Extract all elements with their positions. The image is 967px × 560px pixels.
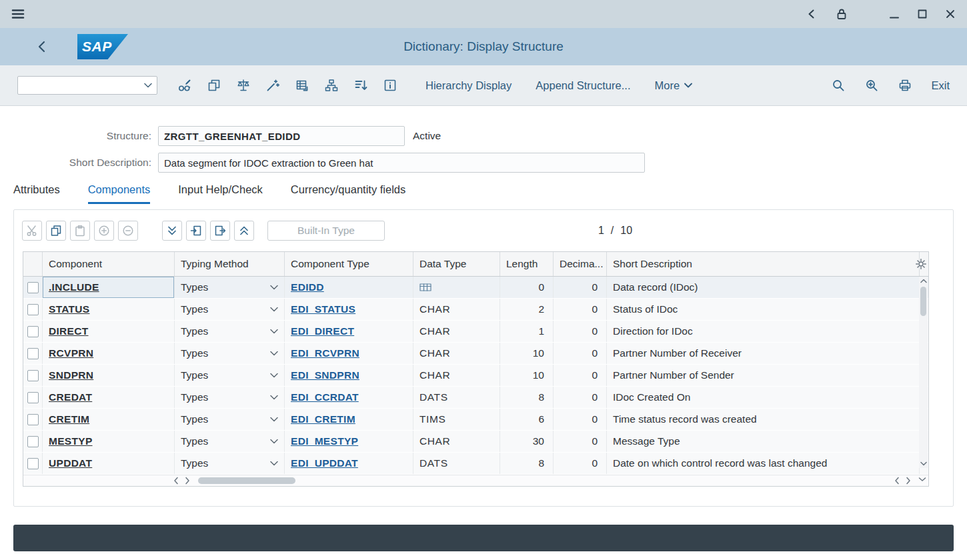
- component-type-link[interactable]: EDI_SNDPRN: [291, 369, 359, 381]
- copy-icon[interactable]: [46, 221, 66, 241]
- activate-icon[interactable]: [265, 78, 280, 93]
- compare-icon[interactable]: [236, 78, 251, 93]
- horizontal-scrollbar[interactable]: [23, 475, 928, 486]
- tab-currency-quantity-fields[interactable]: Currency/quantity fields: [291, 183, 405, 204]
- close-icon[interactable]: [944, 8, 956, 20]
- component-column-header[interactable]: Component: [43, 252, 175, 276]
- component-type-link[interactable]: EDI_STATUS: [291, 303, 355, 315]
- row-select-checkbox[interactable]: [27, 392, 39, 403]
- hierarchy-display-button[interactable]: Hierarchy Display: [425, 79, 512, 92]
- command-field[interactable]: [17, 76, 157, 95]
- typing-method-dropdown[interactable]: Types: [175, 321, 285, 342]
- scroll-down-icon[interactable]: [920, 461, 927, 466]
- cut-icon[interactable]: [22, 221, 42, 241]
- component-link[interactable]: CREDAT: [49, 391, 92, 403]
- display-change-icon[interactable]: [177, 78, 192, 93]
- row-select-checkbox[interactable]: [27, 370, 39, 381]
- header-back-icon[interactable]: [35, 39, 49, 54]
- component-type-link[interactable]: EDI_CCRDAT: [291, 391, 359, 403]
- minimize-icon[interactable]: [888, 8, 900, 20]
- typing-method-dropdown[interactable]: Types: [175, 365, 285, 386]
- lock-icon[interactable]: [835, 7, 848, 21]
- component-link[interactable]: DIRECT: [49, 325, 89, 337]
- component-link[interactable]: SNDPRN: [49, 369, 93, 381]
- component-type-link[interactable]: EDI_DIRECT: [291, 325, 354, 337]
- component-link[interactable]: .INCLUDE: [49, 281, 99, 293]
- row-select-checkbox[interactable]: [27, 282, 39, 293]
- component-link[interactable]: CRETIM: [49, 413, 89, 425]
- info-icon[interactable]: [383, 78, 397, 93]
- typing-method-dropdown[interactable]: Types: [175, 431, 285, 452]
- built-in-type-button[interactable]: Built-In Type: [267, 221, 385, 241]
- typing-method-dropdown[interactable]: Types: [175, 409, 285, 430]
- row-select-checkbox[interactable]: [27, 326, 39, 337]
- typing-method-dropdown[interactable]: Types: [175, 299, 285, 320]
- component-type-link[interactable]: EDI_UPDDAT: [291, 457, 358, 469]
- tab-attributes[interactable]: Attributes: [13, 183, 60, 204]
- menu-icon[interactable]: [11, 7, 25, 21]
- vertical-scroll-thumb[interactable]: [920, 287, 926, 316]
- scroll-right-icon[interactable]: [185, 477, 190, 485]
- length-cell: 8: [500, 387, 554, 408]
- component-type-link[interactable]: EDI_CRETIM: [291, 413, 355, 425]
- typing-method-dropdown[interactable]: Types: [175, 343, 285, 364]
- append-structure-button[interactable]: Append Structure...: [536, 79, 630, 92]
- row-select-checkbox[interactable]: [27, 458, 39, 469]
- search-plus-icon[interactable]: [864, 78, 879, 93]
- settings-gear-icon[interactable]: [915, 258, 927, 270]
- insert-line-icon[interactable]: [186, 221, 206, 241]
- components-table: Component Typing Method Component Type D…: [23, 251, 929, 487]
- data-type-column-header[interactable]: Data Type: [413, 252, 500, 276]
- row-select-checkbox[interactable]: [27, 348, 39, 359]
- short-description-field[interactable]: [158, 153, 645, 173]
- component-link[interactable]: MESTYP: [49, 435, 93, 447]
- component-type-link[interactable]: EDI_RCVPRN: [291, 347, 359, 359]
- expand-all-icon[interactable]: [162, 221, 182, 241]
- runtime-object-icon[interactable]: [295, 78, 309, 93]
- typing-method-dropdown[interactable]: Types: [175, 387, 285, 408]
- remove-row-icon[interactable]: [118, 221, 138, 241]
- data-type-cell: [413, 277, 500, 298]
- maximize-icon[interactable]: [916, 8, 928, 20]
- decimals-column-header[interactable]: Decima...: [554, 252, 607, 276]
- scroll-up-icon[interactable]: [920, 279, 927, 283]
- more-menu-button[interactable]: More: [654, 79, 692, 92]
- row-select-checkbox[interactable]: [27, 414, 39, 425]
- row-select-checkbox[interactable]: [27, 436, 39, 447]
- print-icon[interactable]: [898, 78, 912, 93]
- tab-components[interactable]: Components: [88, 183, 151, 204]
- scroll-left-icon[interactable]: [894, 477, 900, 485]
- command-input[interactable]: [18, 80, 144, 91]
- component-link[interactable]: STATUS: [49, 303, 90, 315]
- short-description-column-header[interactable]: Short Description: [607, 252, 920, 276]
- component-type-link[interactable]: EDI_MESTYP: [291, 435, 358, 447]
- hierarchy-icon[interactable]: [324, 78, 339, 93]
- back-icon[interactable]: [806, 8, 818, 20]
- sort-descending-icon[interactable]: [353, 78, 368, 93]
- component-type-link[interactable]: EDIDD: [291, 281, 324, 293]
- structure-name-field[interactable]: [158, 126, 405, 146]
- horizontal-scroll-thumb[interactable]: [198, 477, 295, 484]
- combobox-chevron-icon[interactable]: [144, 83, 152, 88]
- typing-method-column-header[interactable]: Typing Method: [175, 252, 285, 276]
- scroll-left-icon[interactable]: [173, 477, 179, 485]
- collapse-all-icon[interactable]: [234, 221, 254, 241]
- add-row-icon[interactable]: [94, 221, 114, 241]
- component-link[interactable]: RCVPRN: [49, 347, 93, 359]
- typing-method-dropdown[interactable]: Types: [175, 277, 285, 298]
- search-icon[interactable]: [831, 78, 846, 93]
- copy-structure-icon[interactable]: [207, 78, 221, 93]
- paste-icon[interactable]: [70, 221, 90, 241]
- typing-method-dropdown[interactable]: Types: [175, 453, 285, 474]
- exit-button[interactable]: Exit: [931, 79, 950, 92]
- scroll-right-icon[interactable]: [906, 477, 911, 485]
- component-type-column-header[interactable]: Component Type: [285, 252, 413, 276]
- toolbar-icon-group: [177, 78, 397, 93]
- delete-line-icon[interactable]: [210, 221, 230, 241]
- scroll-down-icon[interactable]: [918, 477, 926, 482]
- component-link[interactable]: UPDDAT: [49, 457, 92, 469]
- tab-input-help-check[interactable]: Input Help/Check: [178, 183, 263, 204]
- row-select-checkbox[interactable]: [27, 304, 39, 315]
- length-column-header[interactable]: Length: [500, 252, 554, 276]
- vertical-scrollbar[interactable]: [919, 277, 928, 468]
